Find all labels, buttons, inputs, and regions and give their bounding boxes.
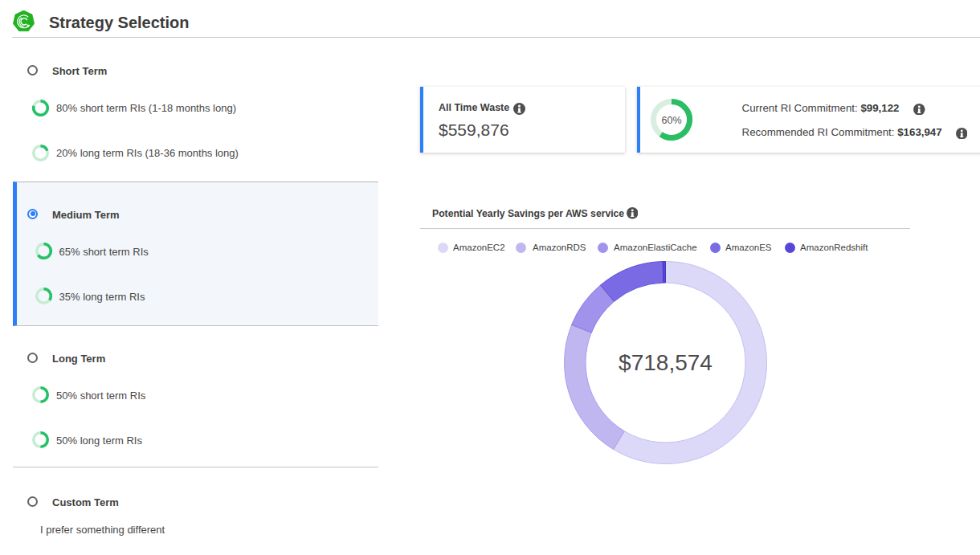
svg-text:60%: 60% <box>661 115 681 126</box>
